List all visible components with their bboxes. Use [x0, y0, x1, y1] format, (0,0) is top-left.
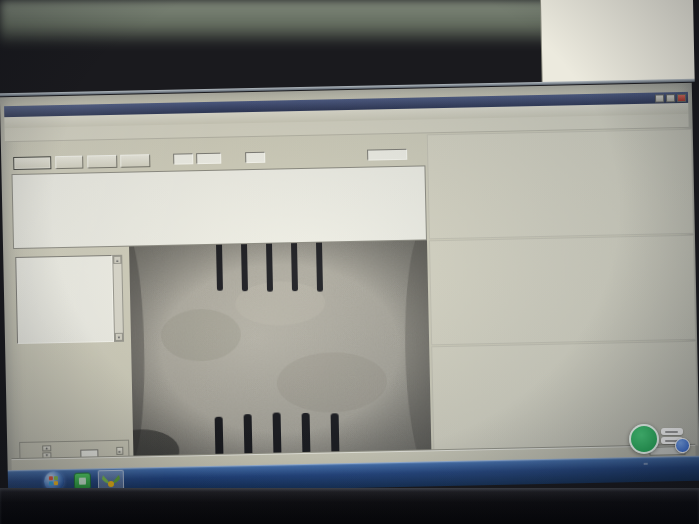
- clock-time: [651, 460, 697, 461]
- scroll-up-icon[interactable]: ▲: [113, 256, 121, 264]
- est-time-remaining-value: [367, 149, 407, 161]
- insert-above-button[interactable]: [87, 155, 117, 169]
- readout-panel: [17, 349, 133, 441]
- delete-button[interactable]: [55, 156, 83, 170]
- minimize-button[interactable]: [655, 94, 664, 102]
- system-tray: [644, 463, 648, 465]
- monitor-bezel: [0, 488, 699, 524]
- specified-size-x-field[interactable]: [173, 153, 193, 164]
- maximize-button[interactable]: [666, 94, 675, 102]
- start-flag-green: [54, 476, 58, 480]
- ime-indicator[interactable]: [644, 463, 648, 465]
- edit-set-button[interactable]: [13, 156, 51, 170]
- upper-chart: [543, 0, 694, 80]
- green-app-glyph: [79, 478, 86, 485]
- floating-bubble-icon[interactable]: [675, 438, 690, 453]
- specified-size-y-field[interactable]: [196, 153, 221, 165]
- battery-overlay-badge[interactable]: [629, 424, 659, 454]
- clock-date: [651, 460, 697, 461]
- force-time-chart: [427, 129, 694, 240]
- upper-screen-chart-panel: [540, 0, 695, 82]
- test-sequence-table: [11, 165, 426, 249]
- start-flag-blue: [49, 481, 53, 485]
- start-flag-red: [49, 476, 53, 480]
- temperature-setpoint-field[interactable]: [245, 152, 265, 163]
- close-button[interactable]: [677, 93, 686, 101]
- jog-up-button[interactable]: ▲: [42, 445, 51, 451]
- status-log: [15, 255, 114, 344]
- overlay-pill-1: [661, 428, 683, 435]
- taskbar-clock[interactable]: [651, 460, 697, 461]
- start-flag-yellow: [54, 481, 58, 485]
- scroll-down-icon[interactable]: ▼: [115, 333, 123, 341]
- camera-specimen-view: [129, 240, 431, 456]
- displacement-time-chart: [429, 235, 696, 346]
- insert-below-button[interactable]: [120, 154, 150, 168]
- pill-text-smudge: [665, 431, 678, 433]
- photo-of-monitor: ▲ ▼ ▲ ▼ ▸: [0, 0, 699, 524]
- log-scrollbar[interactable]: ▲ ▼: [112, 255, 124, 342]
- jog-right-button[interactable]: ▸: [116, 447, 123, 455]
